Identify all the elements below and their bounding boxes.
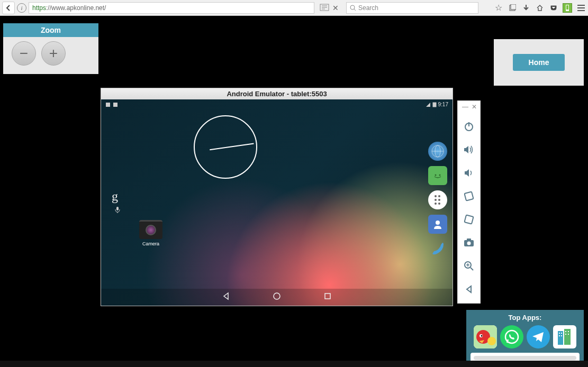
browser-toolbar: i https://www.apkonline.net/ ✕ Search ☆ [0,0,588,16]
apps-drawer-icon[interactable] [428,190,447,209]
svg-rect-7 [511,4,516,10]
svg-rect-9 [566,5,568,10]
download-icon[interactable] [521,3,531,13]
clock-widget[interactable] [194,115,257,179]
bottom-strip [0,361,588,367]
google-search-icon[interactable]: g [112,189,118,204]
clock-minute-hand [225,143,254,148]
home-icon[interactable] [535,3,545,13]
library-icon[interactable] [508,3,517,13]
addon-icon[interactable] [563,3,572,13]
search-placeholder: Search [358,4,378,12]
bookmark-star-icon[interactable]: ☆ [494,3,503,13]
camera-icon [139,220,162,239]
svg-point-21 [439,175,441,176]
nav-recent-icon[interactable] [323,292,332,302]
status-icon [105,102,111,107]
home-panel: Home [494,39,584,86]
svg-line-33 [471,268,473,270]
emulator-title: Android Emulator - tablet:5503 [101,88,453,99]
rotate-left-icon[interactable] [463,190,475,203]
battery-icon [432,102,437,107]
search-bar[interactable]: Search [346,2,478,14]
svg-rect-13 [106,103,110,107]
svg-point-40 [487,337,496,345]
android-nav-bar [101,289,453,306]
svg-line-5 [354,9,356,11]
top-apps-header: Top Apps: [466,312,584,323]
arrow-left-icon [5,4,12,12]
pocket-icon[interactable] [549,3,558,13]
clock-hour-hand [210,147,225,150]
back-button[interactable] [2,2,15,14]
svg-point-20 [435,175,437,176]
browser-app-icon[interactable] [428,142,447,161]
minimize-icon[interactable]: — [462,103,468,111]
nav-back-icon[interactable] [222,292,230,302]
app-dock [428,142,447,258]
search-icon [350,5,356,11]
rotate-right-icon[interactable] [463,213,475,226]
close-icon[interactable]: ✕ [472,103,477,111]
svg-point-23 [274,293,280,299]
svg-rect-28 [464,215,473,224]
contacts-app-icon[interactable] [428,215,447,234]
svg-point-22 [436,221,440,225]
svg-rect-43 [564,329,571,345]
info-icon[interactable]: i [17,3,26,13]
url-scheme: https [32,4,46,12]
svg-rect-49 [568,331,569,332]
svg-rect-47 [561,335,562,336]
svg-rect-51 [568,334,569,335]
svg-rect-16 [116,207,119,210]
emulator-side-toolbar: — ✕ [457,100,481,304]
emulator-screen[interactable]: 9:17 g Camera [101,99,453,306]
svg-point-4 [350,5,355,10]
url-path: ://www.apkonline.net/ [46,4,106,12]
svg-rect-27 [464,191,473,200]
volume-up-icon[interactable] [463,143,475,156]
svg-rect-45 [561,333,562,334]
svg-rect-42 [558,331,563,345]
zoom-in-button[interactable]: + [41,41,66,66]
power-icon[interactable] [463,120,475,133]
svg-rect-46 [559,335,560,336]
nav-home-icon[interactable] [273,292,281,302]
url-bar[interactable]: https://www.apkonline.net/ [29,2,314,14]
zoom-header: Zoom [3,23,98,37]
telegram-app-icon[interactable] [527,325,550,348]
zoom-icon[interactable] [463,260,475,272]
svg-rect-44 [559,333,560,334]
svg-rect-14 [113,103,117,107]
reader-mode-icon[interactable] [320,4,330,12]
home-button[interactable]: Home [513,54,565,71]
svg-point-30 [467,242,471,245]
svg-rect-31 [467,238,471,241]
screenshot-icon[interactable] [463,236,475,249]
svg-rect-50 [565,334,566,335]
menu-icon[interactable] [576,3,586,13]
angry-birds-app-icon[interactable] [474,325,497,348]
emulator-window: Android Emulator - tablet:5503 9:17 g [101,88,453,306]
status-icon [113,102,118,107]
toolbar-back-icon[interactable] [463,283,475,296]
phone-app-icon[interactable] [428,239,447,258]
zoom-out-button[interactable]: − [12,41,36,66]
zoom-panel: Zoom − + [3,23,98,74]
volume-down-icon[interactable] [463,167,475,179]
clear-icon[interactable]: ✕ [332,4,341,12]
status-time: 9:17 [438,102,448,107]
svg-point-39 [481,335,483,337]
building-app-icon[interactable] [553,325,576,348]
top-strip [0,16,588,23]
camera-app[interactable]: Camera [139,220,162,246]
signal-icon [426,102,431,107]
top-apps-panel: Top Apps: [466,310,584,365]
svg-rect-24 [325,293,330,299]
status-bar: 9:17 [105,102,448,107]
messaging-app-icon[interactable] [428,166,447,185]
svg-rect-48 [565,331,566,332]
mic-icon[interactable] [114,206,121,215]
svg-rect-15 [433,103,436,107]
whatsapp-app-icon[interactable] [500,325,523,348]
